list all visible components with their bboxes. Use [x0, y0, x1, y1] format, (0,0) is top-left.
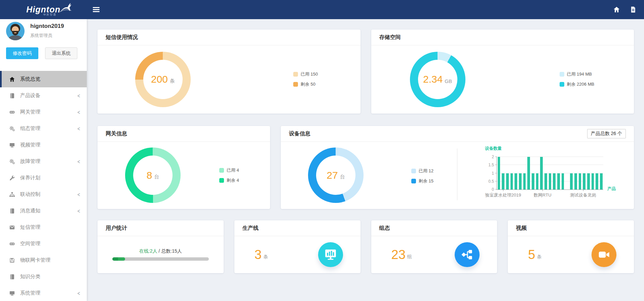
main-content: 短信使用情况 200 条 已用 150 [87, 19, 644, 301]
sidebar-item-scada-mgmt[interactable]: 组态管理< [0, 120, 87, 137]
bar[interactable] [570, 173, 573, 190]
user-stats-card: 用户统计 在线:2人 / 总数:15人 [98, 220, 224, 273]
legend-label: 剩余 50 [301, 81, 315, 87]
legend-item[interactable]: 剩余 2206 MB [560, 81, 595, 87]
home-icon[interactable] [613, 6, 620, 13]
bar-chart-y-axis-title: 设备数量 [485, 146, 636, 152]
sidebar-item-message-notify[interactable]: 消息通知< [0, 203, 87, 219]
legend-item[interactable]: 剩余 4 [219, 177, 239, 183]
top-navbar: Hignton 华辰智通 [0, 0, 644, 19]
sms-total-value: 200 [151, 74, 168, 85]
sidebar-menu: 系统总览产品设备<网关管理<组态管理<视频管理故障管理<保养计划联动控制<消息通… [0, 71, 87, 301]
sidebar-item-system-mgmt[interactable]: 系统管理< [0, 285, 87, 301]
bar[interactable] [519, 173, 522, 190]
legend-label: 剩余 15 [419, 178, 433, 184]
legend-item[interactable]: 已用 194 MB [560, 71, 595, 77]
document-icon[interactable] [630, 6, 637, 13]
online-users-text: 在线:2人 / 总数:15人 [139, 248, 182, 254]
bar[interactable] [523, 173, 526, 190]
bar[interactable] [596, 173, 598, 190]
legend-swatch [293, 82, 298, 87]
bar-chart-x-axis-title: 产品 [607, 186, 616, 192]
bar[interactable] [532, 173, 534, 190]
sidebar-item-label: 物联网卡管理 [20, 257, 50, 263]
legend-swatch [219, 168, 224, 173]
bar[interactable] [536, 173, 539, 190]
scada-unit: 组 [407, 254, 412, 260]
sidebar-item-system-overview[interactable]: 系统总览 [0, 71, 87, 87]
bar[interactable] [574, 173, 577, 190]
antelope-logo-icon [59, 1, 73, 13]
device-donut-chart[interactable]: 27 台 [308, 147, 364, 203]
legend-item[interactable]: 剩余 50 [293, 81, 318, 87]
sidebar-item-maintenance-plan[interactable]: 保养计划 [0, 170, 87, 186]
flow-diagram-icon[interactable] [455, 242, 480, 267]
legend-item[interactable]: 已用 4 [219, 167, 239, 173]
chevron-left-icon: < [77, 158, 80, 165]
sidebar-item-label: 故障管理 [20, 158, 40, 165]
product-total-button[interactable]: 产品总数 26 个 [587, 129, 626, 138]
hamburger-icon[interactable] [93, 6, 100, 13]
bar[interactable] [587, 173, 590, 190]
sidebar-item-gateway-mgmt[interactable]: 网关管理< [0, 104, 87, 120]
sidebar-item-knowledge-class[interactable]: 知识分类 [0, 268, 87, 285]
gateway-total-value: 8 [147, 170, 152, 181]
device-total-unit: 台 [340, 174, 345, 180]
legend-swatch [560, 82, 564, 87]
bar[interactable] [540, 157, 543, 189]
bar[interactable] [562, 173, 564, 190]
sidebar-item-product-devices[interactable]: 产品设备< [0, 87, 87, 104]
sidebar-item-label: 视频管理 [20, 142, 40, 148]
bar[interactable] [579, 173, 581, 190]
sms-donut-chart[interactable]: 200 条 [135, 52, 191, 107]
bar[interactable] [583, 173, 585, 190]
sidebar-item-linkage-control[interactable]: 联动控制< [0, 186, 87, 203]
dashboard-page: Hignton 华辰智通 [0, 0, 644, 301]
bar[interactable] [600, 173, 603, 190]
storage-donut-chart[interactable]: 2.34 GB [410, 52, 465, 107]
sidebar-item-fault-mgmt[interactable]: 故障管理< [0, 153, 87, 170]
legend-swatch [293, 72, 298, 77]
card-title: 用户统计 [106, 225, 127, 232]
chevron-left-icon: < [77, 207, 80, 214]
production-line-card: 生产线 3 条 [234, 220, 361, 273]
bar[interactable] [549, 173, 552, 190]
bar[interactable] [553, 173, 556, 190]
logout-button[interactable]: 退出系统 [45, 47, 77, 59]
change-password-button[interactable]: 修改密码 [6, 47, 38, 59]
video-camera-icon[interactable] [592, 242, 616, 267]
gateway-total-unit: 台 [154, 174, 159, 180]
storage-space-card: 存储空间 2.34 GB 已用 194 MB [371, 30, 634, 114]
bar[interactable] [506, 173, 509, 190]
sidebar-item-video-mgmt[interactable]: 视频管理 [0, 137, 87, 153]
bar[interactable] [502, 173, 504, 190]
bar[interactable] [527, 157, 530, 189]
sidebar-item-label: 系统管理 [20, 290, 40, 296]
legend-item[interactable]: 已用 12 [411, 168, 433, 174]
x-axis-label: 数网RTU [534, 192, 551, 198]
storage-total-value: 2.34 [423, 74, 443, 85]
app-logo: Hignton 华辰智通 [0, 0, 87, 19]
bar[interactable] [498, 157, 500, 189]
sidebar-item-iot-card-mgmt[interactable]: 物联网卡管理 [0, 252, 87, 268]
gateway-donut-chart[interactable]: 8 台 [125, 147, 181, 203]
monitor-chart-icon[interactable] [318, 242, 343, 267]
chevron-left-icon: < [77, 125, 80, 132]
bar[interactable] [557, 173, 560, 190]
bar-series [497, 157, 603, 189]
sidebar-item-space-mgmt[interactable]: 空间管理 [0, 235, 87, 252]
device-count-bar-chart[interactable]: 设备数量 产品 00.511.52验室废水处理2019数网RTU测试设备龙岗 [478, 146, 636, 190]
sms-usage-card: 短信使用情况 200 条 已用 150 [98, 30, 361, 114]
progress-fill [112, 257, 125, 261]
legend-item[interactable]: 已用 150 [293, 71, 318, 77]
legend-item[interactable]: 剩余 15 [411, 178, 433, 184]
bar[interactable] [510, 173, 513, 190]
chevron-left-icon: < [77, 290, 80, 296]
bar[interactable] [515, 173, 517, 190]
bar[interactable] [544, 173, 547, 190]
bar[interactable] [592, 173, 594, 190]
legend-swatch [411, 179, 416, 183]
device-info-card: 设备信息 产品总数 26 个 27 台 已用 12 [281, 126, 634, 209]
sidebar-item-sms-mgmt[interactable]: 短信管理 [0, 219, 87, 235]
card-title: 存储空间 [379, 34, 401, 41]
